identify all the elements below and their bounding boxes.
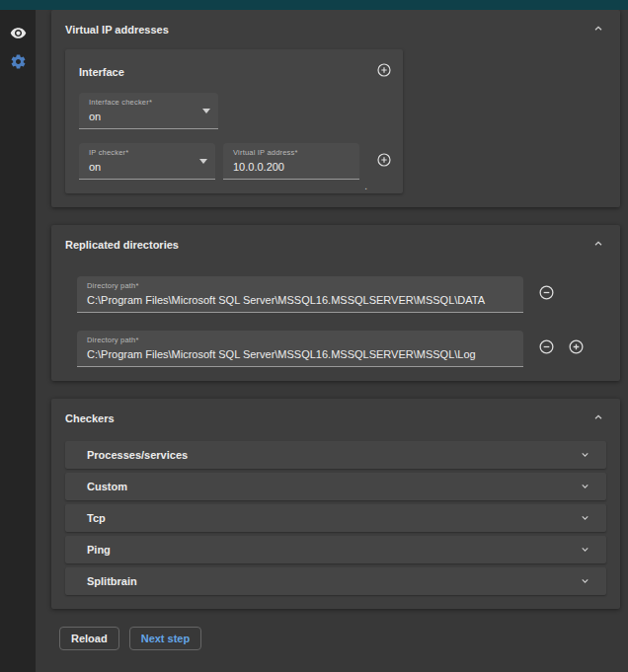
directory-path-field: Directory path* — [77, 276, 523, 313]
add-directory-button[interactable] — [567, 340, 585, 358]
minus-circle-icon — [538, 284, 555, 305]
field-label: IP checker* — [89, 148, 206, 157]
directory-row: Directory path* — [77, 276, 606, 313]
add-interface-button[interactable] — [375, 63, 393, 81]
checker-item-ping[interactable]: Ping — [65, 536, 606, 563]
chevron-down-icon — [580, 446, 590, 464]
checker-item-label: Custom — [87, 481, 127, 492]
section-replicated-directories: Replicated directories Directory path* — [51, 225, 620, 381]
checker-item-custom[interactable]: Custom — [65, 473, 606, 500]
interface-group-header: Interface — [79, 63, 393, 81]
checker-item-processes-services[interactable]: Processes/services — [65, 441, 606, 469]
chevron-down-icon — [580, 572, 590, 590]
checker-item-tcp[interactable]: Tcp — [65, 504, 606, 532]
checker-list: Processes/services Custom Tcp — [65, 441, 606, 595]
field-label: Directory path* — [87, 336, 514, 344]
sidebar-item-monitor[interactable] — [6, 23, 30, 46]
checker-item-label: Processes/services — [87, 449, 188, 461]
plus-circle-icon — [376, 152, 392, 172]
chevron-down-icon — [580, 509, 590, 527]
sidebar — [0, 10, 36, 672]
plus-circle-icon — [568, 338, 585, 359]
chevron-down-icon — [580, 541, 590, 559]
field-label: Directory path* — [87, 281, 514, 290]
chevron-up-icon — [592, 410, 604, 427]
field-value: on — [89, 111, 209, 122]
footer-actions: Reload Next step — [59, 627, 628, 650]
dropdown-arrow-icon — [202, 109, 210, 113]
chevron-down-icon — [580, 478, 590, 495]
checker-item-label: Tcp — [87, 512, 106, 524]
gear-icon — [10, 53, 27, 74]
section-title: Checkers — [65, 412, 115, 424]
interface-checker-select[interactable]: Interface checker* on — [79, 93, 218, 129]
virtual-ip-address-field: Virtual IP address* — [223, 143, 359, 180]
sidebar-item-settings[interactable] — [6, 51, 30, 75]
directory-path-input[interactable] — [87, 348, 514, 360]
section-virtual-ip: Virtual IP addresses Interface — [51, 10, 620, 207]
directory-row: Directory path* — [77, 331, 606, 367]
reload-button[interactable]: Reload — [59, 627, 119, 650]
footnote-dot: . — [364, 181, 367, 191]
section-checkers-header: Checkers — [65, 411, 606, 426]
remove-directory-button[interactable] — [537, 340, 555, 358]
field-label: Interface checker* — [89, 98, 209, 107]
checker-item-label: Ping — [87, 544, 111, 556]
checker-item-splitbrain[interactable]: Splitbrain — [65, 567, 606, 595]
section-checkers: Checkers Processes/services Custom — [51, 399, 620, 609]
main-content: Virtual IP addresses Interface — [36, 10, 628, 672]
section-replicated-directories-header: Replicated directories — [65, 237, 606, 253]
dropdown-arrow-icon — [199, 159, 207, 164]
next-step-button[interactable]: Next step — [129, 627, 202, 650]
directory-path-input[interactable] — [87, 294, 514, 306]
eye-icon — [10, 25, 27, 45]
minus-circle-icon — [538, 338, 555, 359]
field-value: on — [89, 161, 206, 173]
chevron-up-icon — [592, 21, 604, 38]
add-virtual-ip-button[interactable] — [375, 153, 393, 171]
section-title: Replicated directories — [65, 239, 179, 251]
section-title: Virtual IP addresses — [65, 24, 169, 36]
interface-group-title: Interface — [79, 66, 124, 78]
collapse-section-button[interactable] — [590, 411, 606, 426]
top-app-bar — [0, 0, 628, 10]
collapse-section-button[interactable] — [590, 22, 606, 37]
directory-path-field: Directory path* — [77, 331, 523, 367]
section-virtual-ip-header: Virtual IP addresses — [65, 22, 606, 37]
virtual-ip-address-input[interactable] — [233, 161, 351, 173]
collapse-section-button[interactable] — [590, 237, 606, 253]
plus-circle-icon — [376, 62, 392, 82]
app-window: Virtual IP addresses Interface — [0, 0, 628, 672]
remove-directory-button[interactable] — [537, 286, 555, 304]
chevron-up-icon — [592, 236, 604, 254]
field-label: Virtual IP address* — [233, 148, 351, 157]
checker-item-label: Splitbrain — [87, 575, 137, 587]
interface-group: Interface Interface checker* on — [65, 49, 403, 193]
ip-checker-select[interactable]: IP checker* on — [79, 143, 215, 180]
